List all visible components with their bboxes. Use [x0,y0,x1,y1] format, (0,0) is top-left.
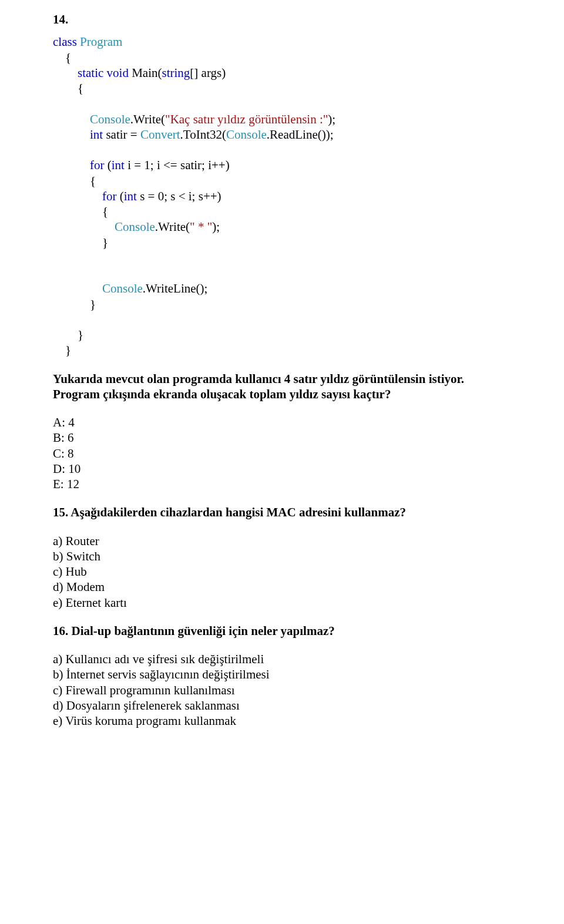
code-token: "Kaç satır yıldız görüntülensin :" [165,112,328,126]
code-token: } [53,236,108,250]
code-token: int [124,189,137,203]
code-token: Console [53,112,130,126]
q15-option-c: c) Hub [53,564,564,579]
code-token: ( [117,189,124,203]
code-token: ); [212,220,220,234]
q15-heading: 15. Aşağıdakilerden cihazlardan hangisi … [53,505,564,520]
code-token: " * " [190,220,212,234]
code-token: } [53,343,71,357]
code-token: .WriteLine(); [143,281,208,295]
code-token: Convert [140,127,180,142]
q16-option-e: e) Virüs koruma programı kullanmak [53,713,564,728]
code-token: { [53,51,71,65]
code-token: class [53,35,77,49]
q16-heading: 16. Dial-up bağlantının güvenliği için n… [53,623,564,639]
q14-option-e: E: 12 [53,476,564,492]
q14-option-a: A: 4 [53,415,564,430]
code-token: { [53,174,96,188]
q14-option-d: D: 10 [53,461,564,476]
code-token: } [53,297,96,311]
q14-prompt-line2: Program çıkışında ekranda oluşacak topla… [53,387,564,402]
code-token: Program [77,35,123,49]
code-token: .Write( [155,220,190,234]
q14-option-c: C: 8 [53,446,564,461]
code-token: .ReadLine()); [267,127,334,142]
code-token: int [53,127,103,142]
code-token: i = 1; i <= satir; i++) [125,158,230,172]
code-token: .ToInt32( [180,127,226,142]
q16-option-b: b) İnternet servis sağlayıcının değiştir… [53,667,564,682]
q14-number: 14. [53,12,564,27]
q14-prompt-line1: Yukarıda mevcut olan programda kullanıcı… [53,371,564,387]
q16-option-a: a) Kullanıcı adı ve şifresi sık değiştir… [53,651,564,667]
q15-option-d: d) Modem [53,579,564,594]
code-token: .Write( [130,112,165,126]
code-token: for [53,158,105,172]
code-token: string [162,66,190,80]
q15-option-b: b) Switch [53,549,564,564]
code-token: Console [53,220,155,234]
q16-option-c: c) Firewall programının kullanılması [53,683,564,698]
code-token: for [53,189,117,203]
code-token: Main( [129,66,162,80]
code-token: ( [105,158,112,172]
q14-option-b: B: 6 [53,430,564,445]
code-token: static void [53,66,129,80]
q16-option-d: d) Dosyaların şifrelenerek saklanması [53,698,564,713]
code-token: int [112,158,125,172]
code-token: satir = [103,127,140,142]
q14-code-block: class Program { static void Main(string[… [53,34,564,358]
code-token: } [53,328,83,342]
code-token: Console [226,127,267,142]
code-token: Console [53,281,143,295]
code-token: { [53,81,83,95]
code-token: s = 0; s < i; s++) [137,189,221,203]
q15-option-e: e) Eternet kartı [53,595,564,610]
code-token: { [53,204,108,219]
code-token: ); [328,112,335,126]
code-token: [] args) [190,66,226,80]
q15-option-a: a) Router [53,533,564,549]
